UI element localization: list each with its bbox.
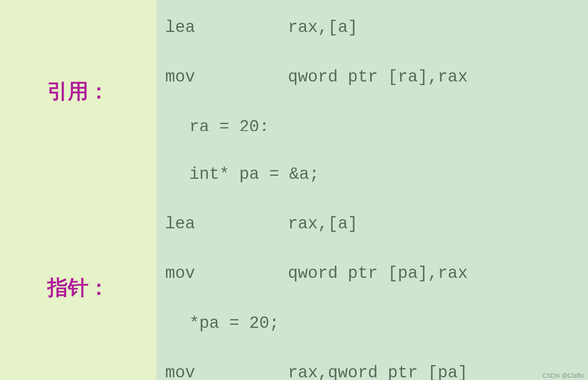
pointer-label-col: 指针： <box>0 274 156 302</box>
code-asm-line: learax,[a] <box>165 15 579 40</box>
code-asm-line: movrax,qword ptr [pa] <box>165 361 579 380</box>
operands: rax,[a] <box>288 18 358 37</box>
mnemonic: lea <box>165 212 288 237</box>
code-asm-line: movqword ptr [pa],rax <box>165 261 579 286</box>
operands: rax,[a] <box>288 214 358 233</box>
watermark: CSDN @Claffic <box>542 372 584 379</box>
code-asm-line: learax,[a] <box>165 212 579 237</box>
operands: qword ptr [pa],rax <box>288 264 468 283</box>
pointer-label: 指针： <box>47 274 109 302</box>
mnemonic: mov <box>165 261 288 286</box>
mnemonic: lea <box>165 15 288 40</box>
mnemonic: mov <box>165 65 288 90</box>
pointer-code-block: int* pa = &a; learax,[a] movqword ptr [p… <box>156 131 588 380</box>
operands: qword ptr [ra],rax <box>288 67 468 86</box>
code-asm-line: movqword ptr [ra],rax <box>165 65 579 90</box>
reference-label: 引用： <box>47 78 109 105</box>
code-source-line: *pa = 20; <box>165 311 579 336</box>
code-source-line: int* pa = &a; <box>165 162 579 187</box>
operands: rax,qword ptr [pa] <box>288 363 468 380</box>
mnemonic: mov <box>165 361 288 380</box>
reference-label-col: 引用： <box>0 78 156 105</box>
pointer-section: 指针： int* pa = &a; learax,[a] movqword pt… <box>0 195 588 380</box>
